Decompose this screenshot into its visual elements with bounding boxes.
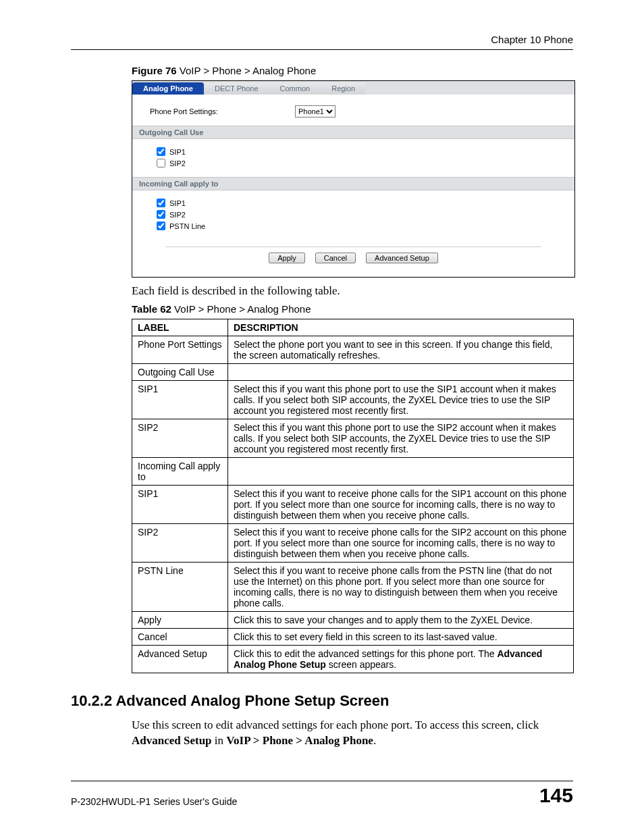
outgoing-sip2-row: SIP2 — [132, 157, 574, 169]
button-row: Apply Cancel Advanced Setup — [132, 250, 574, 270]
section-heading: 10.2.2 Advanced Analog Phone Setup Scree… — [71, 692, 573, 710]
cell-label: SIP2 — [132, 419, 228, 458]
cell-desc — [228, 364, 574, 381]
table-caption: Table 62 VoIP > Phone > Analog Phone — [132, 303, 573, 315]
cell-desc: Click this to edit the advanced settings… — [228, 646, 574, 673]
th-desc: DESCRIPTION — [228, 319, 574, 336]
apply-button[interactable]: Apply — [269, 253, 305, 263]
incoming-sip2-row: SIP2 — [132, 209, 574, 220]
cell-desc: Click this to set every field in this sc… — [228, 629, 574, 646]
table-row: Advanced Setup Click this to edit the ad… — [132, 646, 574, 673]
phone-port-select[interactable]: Phone1 — [295, 105, 336, 118]
figure-caption: Figure 76 VoIP > Phone > Analog Phone — [132, 65, 573, 76]
cell-label: PSTN Line — [132, 563, 228, 612]
table-row: SIP2Select this if you want this phone p… — [132, 419, 574, 458]
text: in — [212, 734, 227, 747]
incoming-sip1-checkbox[interactable] — [157, 199, 165, 207]
cell-desc: Select this if you want this phone port … — [228, 381, 574, 419]
cell-desc: Select this if you want to receive phone… — [228, 524, 574, 563]
tab-dect-phone[interactable]: DECT Phone — [204, 82, 269, 95]
th-label: LABEL — [132, 319, 228, 336]
cell-desc: Select the phone port you want to see in… — [228, 336, 574, 364]
incoming-pstn-row: PSTN Line — [132, 220, 574, 232]
outgoing-sip2-checkbox[interactable] — [157, 159, 165, 167]
incoming-sip2-label: SIP2 — [169, 211, 186, 219]
intro-text: Each field is described in the following… — [132, 284, 573, 298]
cell-label: SIP1 — [132, 381, 228, 419]
table-row: ApplyClick this to save your changes and… — [132, 612, 574, 629]
incoming-sip2-checkbox[interactable] — [157, 210, 165, 219]
tab-common[interactable]: Common — [269, 82, 321, 95]
page-number: 145 — [539, 784, 573, 807]
table-row: SIP1Select this if you want this phone p… — [132, 381, 574, 419]
footer-guide-title: P-2302HWUDL-P1 Series User's Guide — [71, 796, 237, 807]
section-body: Use this screen to edit advanced setting… — [132, 718, 573, 749]
cell-label: SIP2 — [132, 524, 228, 563]
cell-label: Apply — [132, 612, 228, 629]
table-header-row: LABEL DESCRIPTION — [132, 319, 574, 336]
phone-port-label: Phone Port Settings: — [150, 107, 295, 115]
header-rule — [71, 49, 573, 50]
text: . — [373, 734, 376, 747]
cell-desc: Select this if you want to receive phone… — [228, 563, 574, 612]
dotted-divider — [166, 246, 541, 247]
table-row: Outgoing Call Use — [132, 364, 574, 381]
cell-label: Incoming Call apply to — [132, 458, 228, 486]
figure-caption-bold: Figure 76 — [132, 65, 177, 76]
table-caption-rest: VoIP > Phone > Analog Phone — [171, 303, 311, 315]
table-row: CancelClick this to set every field in t… — [132, 629, 574, 646]
table-row: SIP2Select this if you want to receive p… — [132, 524, 574, 563]
description-table: LABEL DESCRIPTION Phone Port SettingsSel… — [132, 319, 574, 673]
outgoing-sip2-label: SIP2 — [169, 159, 186, 167]
page-footer: P-2302HWUDL-P1 Series User's Guide 145 — [71, 781, 573, 807]
outgoing-sip1-row: SIP1 — [132, 146, 574, 157]
table-row: Phone Port SettingsSelect the phone port… — [132, 336, 574, 364]
text: Click this to edit the advanced settings… — [234, 648, 497, 659]
cell-desc — [228, 458, 574, 486]
cell-desc: Click this to save your changes and to a… — [228, 612, 574, 629]
incoming-sip1-label: SIP1 — [169, 199, 186, 207]
figure-caption-rest: VoIP > Phone > Analog Phone — [177, 65, 317, 76]
cell-desc: Select this if you want this phone port … — [228, 419, 574, 458]
cell-label: Phone Port Settings — [132, 336, 228, 364]
cell-label: SIP1 — [132, 486, 228, 524]
tab-analog-phone[interactable]: Analog Phone — [132, 82, 204, 95]
table-caption-bold: Table 62 — [132, 303, 171, 315]
text-bold: Advanced Setup — [132, 734, 212, 747]
cancel-button[interactable]: Cancel — [315, 253, 356, 263]
tab-row: Analog Phone DECT Phone Common Region — [132, 81, 574, 95]
outgoing-sip1-checkbox[interactable] — [157, 147, 165, 156]
incoming-sip1-row: SIP1 — [132, 197, 574, 209]
cell-desc: Select this if you want to receive phone… — [228, 486, 574, 524]
chapter-label: Chapter 10 Phone — [71, 34, 573, 45]
incoming-pstn-checkbox[interactable] — [157, 221, 165, 230]
table-row: PSTN LineSelect this if you want to rece… — [132, 563, 574, 612]
text: Use this screen to edit advanced setting… — [132, 719, 539, 731]
table-row: SIP1Select this if you want to receive p… — [132, 486, 574, 524]
incoming-pstn-label: PSTN Line — [169, 222, 205, 230]
cell-label: Outgoing Call Use — [132, 364, 228, 381]
text-bold: VoIP > Phone > Analog Phone — [226, 734, 373, 747]
tab-region[interactable]: Region — [321, 82, 366, 95]
table-row: Incoming Call apply to — [132, 458, 574, 486]
phone-port-row: Phone Port Settings: Phone1 — [132, 97, 574, 126]
incoming-header: Incoming Call apply to — [132, 177, 574, 190]
outgoing-sip1-label: SIP1 — [169, 148, 186, 156]
figure-screenshot: Analog Phone DECT Phone Common Region Ph… — [132, 80, 575, 278]
cell-label: Advanced Setup — [132, 646, 228, 673]
text: screen appears. — [326, 659, 396, 670]
advanced-setup-button[interactable]: Advanced Setup — [366, 253, 438, 263]
outgoing-header: Outgoing Call Use — [132, 126, 574, 139]
cell-label: Cancel — [132, 629, 228, 646]
